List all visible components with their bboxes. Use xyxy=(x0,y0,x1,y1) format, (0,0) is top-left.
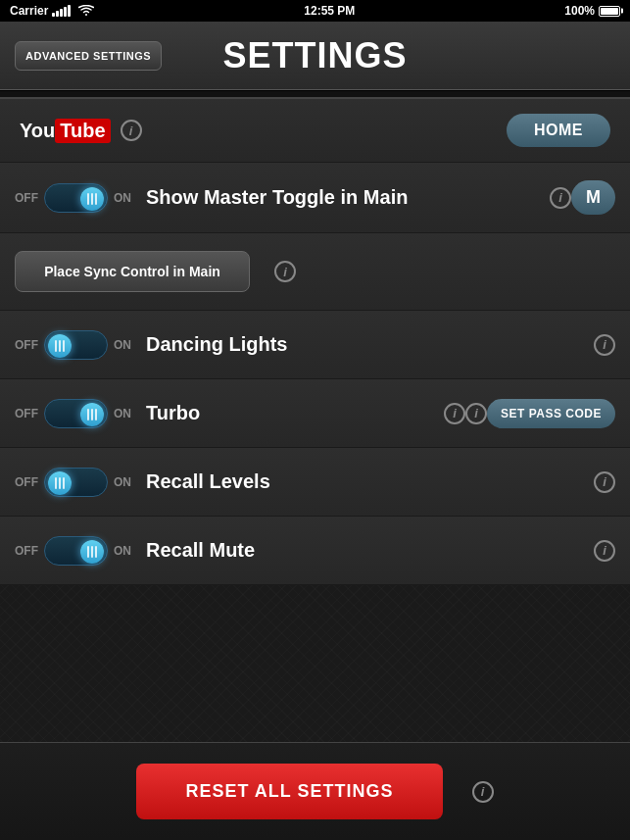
signal-bar-2 xyxy=(56,11,59,17)
youtube-info-icon[interactable]: i xyxy=(121,120,142,141)
knob-line-2 xyxy=(59,340,61,352)
knob-line-2 xyxy=(91,546,93,558)
turbo-on-label: ON xyxy=(114,407,131,420)
page-title: SETTINGS xyxy=(222,35,407,76)
recall-levels-off-label: OFF xyxy=(15,475,38,489)
recall-levels-label: Recall Levels xyxy=(146,470,584,493)
show-master-toggle-knob xyxy=(80,187,104,211)
recall-mute-label: Recall Mute xyxy=(146,539,584,562)
time-display: 12:55 PM xyxy=(304,4,355,18)
recall-mute-on-label: ON xyxy=(114,544,131,558)
dancing-lights-info-icon[interactable]: i xyxy=(594,334,615,356)
turbo-info-icon[interactable]: i xyxy=(444,403,465,424)
m-button[interactable]: M xyxy=(571,180,615,215)
recall-levels-row: OFF ON Recall Levels i xyxy=(0,448,630,517)
reset-info-icon[interactable]: i xyxy=(472,781,494,803)
recall-mute-off-label: OFF xyxy=(15,544,38,558)
wifi-icon xyxy=(78,5,94,17)
knob-line-3 xyxy=(95,193,97,205)
youtube-logo: YouTube xyxy=(20,119,111,143)
toggle-knob-lines xyxy=(55,477,65,489)
youtube-tube: Tube xyxy=(55,119,110,143)
turbo-toggle-knob xyxy=(80,403,104,426)
youtube-you: You xyxy=(20,120,55,142)
place-sync-control-row: Place Sync Control in Main i xyxy=(0,233,630,311)
recall-levels-toggle-switch[interactable] xyxy=(44,468,108,497)
youtube-row: YouTube i HOME xyxy=(0,98,630,163)
dancing-lights-label: Dancing Lights xyxy=(146,333,584,356)
knob-line-1 xyxy=(55,477,57,489)
knob-line-3 xyxy=(95,409,97,420)
recall-levels-toggle-container: OFF ON xyxy=(15,468,131,497)
show-master-toggle-switch[interactable] xyxy=(44,183,108,213)
battery-icon xyxy=(599,6,620,17)
turbo-toggle-switch[interactable] xyxy=(44,399,108,428)
dancing-lights-toggle-switch[interactable] xyxy=(44,330,108,360)
recall-mute-toggle-knob xyxy=(80,540,104,564)
knob-line-1 xyxy=(55,340,57,352)
carrier-info: Carrier xyxy=(10,4,94,18)
section-divider xyxy=(0,90,630,98)
advanced-settings-button[interactable]: ADVANCED SETTINGS xyxy=(15,41,162,71)
knob-line-3 xyxy=(63,340,65,352)
recall-levels-on-label: ON xyxy=(114,475,131,489)
recall-mute-info-icon[interactable]: i xyxy=(594,540,615,562)
place-sync-control-button[interactable]: Place Sync Control in Main xyxy=(15,251,250,292)
turbo-toggle-container: OFF ON xyxy=(15,399,131,428)
battery-percentage: 100% xyxy=(564,4,595,18)
settings-content: YouTube i HOME OFF ON Show Master Toggle… xyxy=(0,98,630,585)
carrier-name: Carrier xyxy=(10,4,48,18)
knob-line-2 xyxy=(91,193,93,205)
toggle-knob-lines xyxy=(87,409,97,420)
knob-line-2 xyxy=(59,477,61,489)
recall-levels-info-icon[interactable]: i xyxy=(594,471,615,493)
toggle-knob-lines xyxy=(55,340,65,352)
recall-mute-row: OFF ON Recall Mute i xyxy=(0,517,630,585)
recall-mute-toggle-container: OFF ON xyxy=(15,536,131,566)
signal-bar-5 xyxy=(68,5,71,17)
knob-line-2 xyxy=(91,409,93,420)
sync-control-info-icon[interactable]: i xyxy=(274,261,296,282)
status-bar: Carrier 12:55 PM 100% xyxy=(0,0,630,22)
reset-all-settings-button[interactable]: RESET ALL SETTINGS xyxy=(136,764,442,819)
signal-bar-4 xyxy=(64,7,67,17)
signal-bars xyxy=(52,5,71,17)
knob-line-1 xyxy=(87,409,89,420)
battery-info: 100% xyxy=(564,4,620,18)
toggle-knob-lines xyxy=(87,546,97,558)
set-passcode-button[interactable]: SET PASS CODE xyxy=(487,399,615,428)
dancing-lights-on-label: ON xyxy=(114,338,131,352)
turbo-label: Turbo xyxy=(146,402,434,424)
turbo-extra-info-icon[interactable]: i xyxy=(465,403,487,424)
knob-line-3 xyxy=(63,477,65,489)
battery-fill xyxy=(601,8,618,15)
signal-bar-3 xyxy=(60,9,63,17)
footer-section: RESET ALL SETTINGS i xyxy=(0,742,630,840)
show-master-toggle-container: OFF ON xyxy=(15,183,131,213)
show-master-toggle-row: OFF ON Show Master Toggle in Main i M xyxy=(0,163,630,233)
dancing-lights-toggle-container: OFF ON xyxy=(15,330,131,360)
recall-levels-toggle-knob xyxy=(48,471,72,495)
show-master-info-icon[interactable]: i xyxy=(550,187,571,209)
header: ADVANCED SETTINGS SETTINGS xyxy=(0,22,630,90)
dancing-lights-off-label: OFF xyxy=(15,338,38,352)
turbo-row: OFF ON Turbo i i SET PASS CODE xyxy=(0,379,630,448)
knob-line-1 xyxy=(87,193,89,205)
knob-line-3 xyxy=(95,546,97,558)
signal-bar-1 xyxy=(52,13,55,17)
dancing-lights-row: OFF ON Dancing Lights i xyxy=(0,311,630,379)
show-master-toggle-label: Show Master Toggle in Main xyxy=(146,186,540,209)
dancing-lights-toggle-knob xyxy=(48,334,72,358)
show-master-toggle-off-label: OFF xyxy=(15,191,38,205)
knob-line-1 xyxy=(87,546,89,558)
turbo-off-label: OFF xyxy=(15,407,38,420)
toggle-knob-lines xyxy=(87,193,97,205)
home-button[interactable]: HOME xyxy=(507,114,610,147)
show-master-toggle-on-label: ON xyxy=(114,191,131,205)
recall-mute-toggle-switch[interactable] xyxy=(44,536,108,566)
